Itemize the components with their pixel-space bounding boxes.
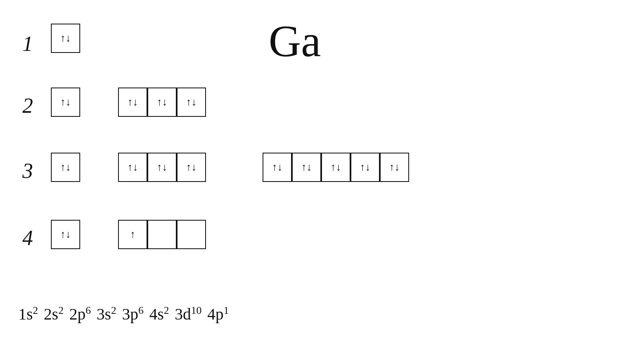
config-space-6 [170,304,174,324]
config-4s: 4s2 [149,304,169,324]
orbital-box-3p-3: ↑↓ [177,153,206,182]
arrows-4s: ↑↓ [60,229,71,240]
config-2s: 2s2 [44,304,64,324]
config-4p: 4p1 [207,304,229,324]
arrows-2p-1: ↑↓ [127,97,138,107]
orbital-group-2p: ↑↓ ↑↓ ↑↓ [118,88,206,117]
arrows-3d-1: ↑↓ [272,162,283,173]
orbital-box-3d-2: ↑↓ [292,153,321,182]
arrows-2p-2: ↑↓ [157,97,167,107]
config-3d: 3d10 [175,304,202,324]
arrows-3d-4: ↑↓ [360,162,370,173]
orbital-box-3p-1: ↑↓ [118,153,147,182]
orbital-box-3s: ↑↓ [51,153,80,182]
config-1s: 1s2 [18,304,38,324]
orbital-group-4s: ↑↓ [51,220,80,249]
arrows-3p-1: ↑↓ [127,162,138,173]
element-symbol: Ga [269,15,321,67]
orbital-box-3d-3: ↑↓ [321,153,350,182]
config-space-1 [39,304,43,324]
row-label-2: 2 [22,94,33,118]
orbital-group-3d: ↑↓ ↑↓ ↑↓ ↑↓ ↑↓ [263,153,409,182]
arrows-1s: ↑↓ [60,33,71,44]
orbital-box-4p-2 [147,220,177,249]
orbital-group-4p: ↑ [118,220,206,249]
arrows-2p-3: ↑↓ [186,97,197,107]
arrows-3p-3: ↑↓ [186,162,197,173]
config-2p: 2p6 [69,304,91,324]
row-label-3: 3 [22,159,33,183]
config-space-3 [92,304,96,324]
config-3s: 3s2 [96,304,116,324]
orbital-group-3s: ↑↓ [51,153,80,182]
orbital-box-3d-4: ↑↓ [350,153,380,182]
arrows-2s: ↑↓ [60,97,71,107]
orbital-box-4p-1: ↑ [118,220,147,249]
electron-config: 1s2 2s2 2p6 3s2 3p6 4s2 3d10 4p1 [18,304,229,324]
orbital-box-1s: ↑↓ [51,24,80,53]
diagram-container: Ga 1 ↑↓ 2 ↑↓ ↑↓ ↑↓ ↑↓ 3 ↑↓ ↑↓ [0,0,644,346]
orbital-box-2p-1: ↑↓ [118,88,147,117]
orbital-box-2p-2: ↑↓ [147,88,177,117]
config-space-7 [202,304,206,324]
orbital-box-3d-1: ↑↓ [263,153,292,182]
arrows-3p-2: ↑↓ [157,162,167,173]
orbital-box-3p-2: ↑↓ [147,153,177,182]
config-3p: 3p6 [122,304,144,324]
orbital-box-2s: ↑↓ [51,88,80,117]
row-label-1: 1 [22,32,33,56]
orbital-box-4p-3 [177,220,206,249]
orbital-group-2s: ↑↓ [51,88,80,117]
arrows-3d-2: ↑↓ [301,162,312,173]
arrows-3s: ↑↓ [60,162,71,173]
row-label-4: 4 [22,226,33,250]
arrows-3d-5: ↑↓ [389,162,400,173]
orbital-box-2p-3: ↑↓ [177,88,206,117]
config-space-2 [64,304,68,324]
orbital-group-3p: ↑↓ ↑↓ ↑↓ [118,153,206,182]
orbital-box-3d-5: ↑↓ [380,153,409,182]
config-space-4 [117,304,121,324]
orbital-group-1s: ↑↓ [51,24,80,53]
orbital-box-4s: ↑↓ [51,220,80,249]
arrows-3d-3: ↑↓ [331,162,341,173]
config-space-5 [145,304,149,324]
arrows-4p-1: ↑ [130,229,136,240]
